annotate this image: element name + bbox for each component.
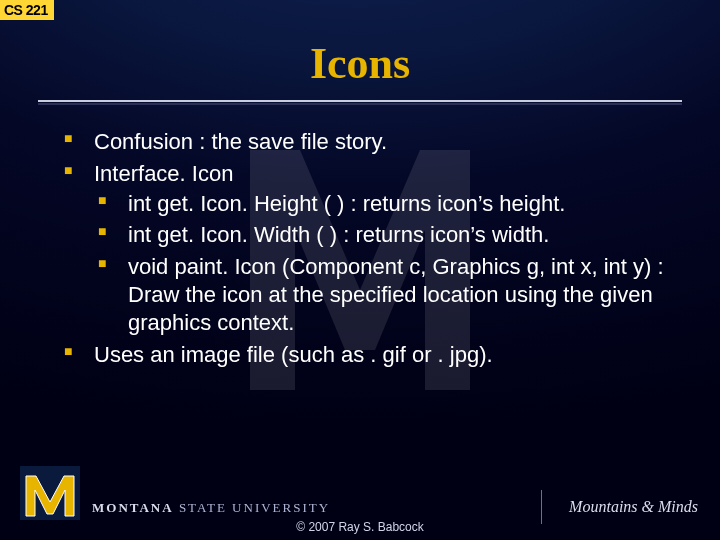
footer-copyright: © 2007 Ray S. Babcock	[0, 520, 720, 534]
footer-university-name: MONTANA STATE UNIVERSITY	[92, 500, 330, 516]
montana-state-logo	[20, 466, 80, 520]
bullet-confusion: Confusion : the save file story.	[60, 128, 680, 156]
bullet-text: void paint. Icon (Component c, Graphics …	[128, 254, 664, 335]
bullet-interface-icon: Interface. Icon int get. Icon. Height ( …	[60, 160, 680, 337]
bullet-text: Uses an image file (such as . gif or . j…	[94, 342, 493, 367]
footer-university-bold: MONTANA	[92, 500, 174, 515]
bullet-uses-image-file: Uses an image file (such as . gif or . j…	[60, 341, 680, 369]
slide: CS 221 Icons Confusion : the save file s…	[0, 0, 720, 540]
footer: MONTANA STATE UNIVERSITY Mountains & Min…	[0, 462, 720, 540]
bullet-painticon: void paint. Icon (Component c, Graphics …	[94, 253, 680, 337]
bullet-text: Interface. Icon	[94, 161, 233, 186]
footer-separator	[541, 490, 542, 524]
bullet-text: int get. Icon. Height ( ) : returns icon…	[128, 191, 565, 216]
slide-body: Confusion : the save file story. Interfa…	[60, 128, 680, 373]
slide-title: Icons	[0, 38, 720, 89]
course-tag: CS 221	[0, 0, 54, 20]
bullet-geticonheight: int get. Icon. Height ( ) : returns icon…	[94, 190, 680, 218]
footer-university-light: STATE UNIVERSITY	[179, 500, 330, 515]
footer-tagline: Mountains & Minds	[569, 498, 698, 516]
bullet-text: Confusion : the save file story.	[94, 129, 387, 154]
bullet-geticonwidth: int get. Icon. Width ( ) : returns icon’…	[94, 221, 680, 249]
title-underline	[38, 100, 682, 106]
bullet-text: int get. Icon. Width ( ) : returns icon’…	[128, 222, 549, 247]
